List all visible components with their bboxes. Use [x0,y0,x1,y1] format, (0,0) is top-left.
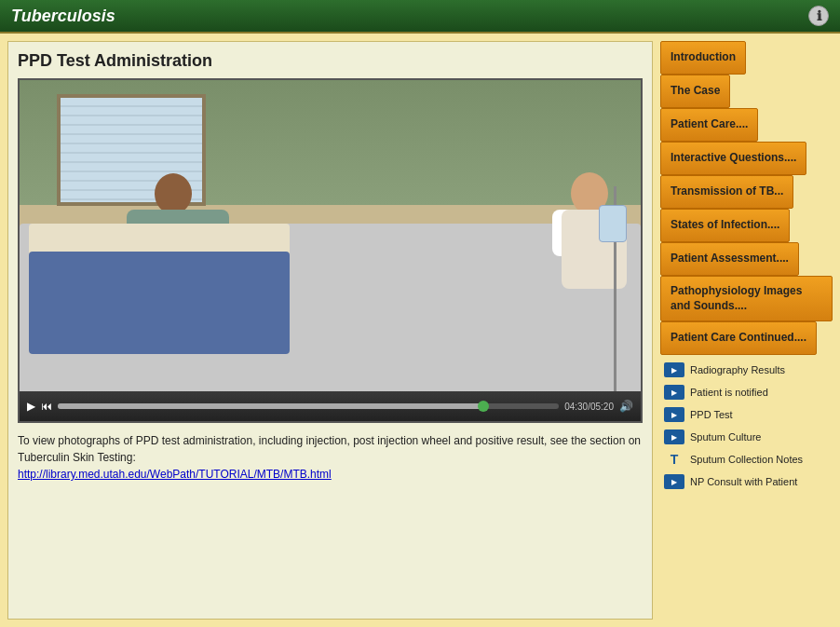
sub-item-label: Patient is notified [690,387,768,398]
sub-item-label: Sputum Culture [690,431,761,443]
nav-item-6[interactable]: Patient Assessment.... [660,242,799,276]
main-container: PPD Test Administration [0,34,840,627]
sub-item-label: PPD Test [690,409,733,420]
nav-item-5[interactable]: States of Infection.... [660,209,790,242]
volume-button[interactable]: 🔊 [619,400,633,413]
progress-fill [58,403,483,409]
description-text: To view photographs of PPD test administ… [18,434,641,464]
bed-blanket [29,252,290,354]
sub-item-2[interactable]: ▶PPD Test [660,404,833,425]
app-header: Tuberculosis ℹ [0,0,840,34]
external-link[interactable]: http://library.med.utah.edu/WebPath/TUTO… [18,468,332,481]
video-frame [20,80,641,391]
video-icon: ▶ [664,385,684,400]
video-icon: ▶ [664,407,684,422]
sub-item-label: NP Consult with Patient [690,476,797,487]
video-player[interactable]: ▶ ⏮ 04:30/05:20 🔊 [18,78,643,423]
text-icon: T [664,452,684,467]
sub-item-0[interactable]: ▶Radiography Results [660,360,833,380]
description-area: To view photographs of PPD test administ… [18,432,643,609]
sub-item-label: Radiography Results [690,364,785,375]
nurse-head [155,173,192,214]
skip-back-button[interactable]: ⏮ [41,400,52,413]
nav-item-4[interactable]: Transmission of TB... [660,175,793,209]
sidebar: IntroductionThe CasePatient Care....Inte… [660,41,833,620]
nav-item-8[interactable]: Patient Care Continued.... [660,321,817,355]
sub-items-container: ▶Radiography Results▶Patient is notified… [660,360,833,492]
sub-item-5[interactable]: ▶NP Consult with Patient [660,471,833,492]
video-icon: ▶ [664,429,684,444]
play-button[interactable]: ▶ [27,400,35,413]
progress-bar[interactable] [58,403,559,409]
video-icon: ▶ [664,474,684,489]
app-title: Tuberculosis [11,7,115,26]
sub-item-3[interactable]: ▶Sputum Culture [660,427,833,447]
iv-stand [608,186,622,391]
sub-item-4[interactable]: TSputum Collection Notes [660,449,833,470]
nav-item-1[interactable]: The Case [660,75,730,108]
sub-item-1[interactable]: ▶Patient is notified [660,382,833,402]
video-controls: ▶ ⏮ 04:30/05:20 🔊 [20,391,641,421]
nav-item-0[interactable]: Introduction [660,41,746,75]
sub-item-label: Sputum Collection Notes [690,454,803,465]
page-title: PPD Test Administration [18,51,643,71]
nav-item-2[interactable]: Patient Care.... [660,108,758,142]
nav-item-3[interactable]: Interactive Questions.... [660,142,806,175]
nav-item-7[interactable]: Pathophysiology Images and Sounds.... [660,276,833,321]
time-display: 04:30/05:20 [564,402,614,412]
progress-indicator [478,401,489,412]
video-icon: ▶ [664,362,684,377]
info-button[interactable]: ℹ [808,6,829,26]
nav-buttons-container: IntroductionThe CasePatient Care....Inte… [660,41,833,355]
content-area: PPD Test Administration [7,41,653,620]
